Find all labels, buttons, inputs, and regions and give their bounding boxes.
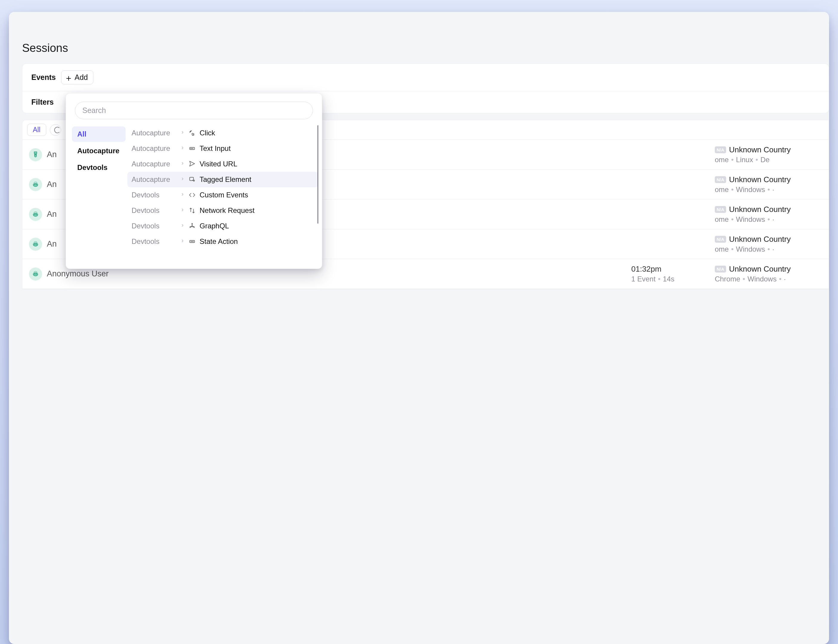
event-category-devtools[interactable]: Devtools: [72, 160, 125, 175]
svg-point-10: [34, 214, 35, 214]
event-picker-popover: AllAutocaptureDevtools AutocaptureClickA…: [66, 93, 322, 269]
event-type-category: Devtools: [132, 222, 176, 230]
svg-point-29: [193, 241, 193, 242]
add-event-button[interactable]: Add: [61, 71, 93, 84]
filter-tab-all[interactable]: All: [27, 124, 46, 136]
app-window: Sessions Events Add Filters All: [9, 12, 829, 644]
session-country: N/AUnknown Country: [715, 235, 822, 244]
avatar: [29, 178, 42, 191]
event-category-autocapture[interactable]: Autocapture: [72, 143, 125, 159]
avatar: [29, 238, 42, 251]
session-user-cell: Anonymous User: [29, 268, 625, 281]
event-category-list: AllAutocaptureDevtools: [72, 125, 125, 266]
event-type-network-request[interactable]: DevtoolsNetwork Request: [127, 203, 318, 218]
session-time: 01:32pm: [631, 264, 709, 274]
session-user-name: Anonymous User: [47, 269, 109, 278]
add-button-label: Add: [74, 73, 88, 82]
svg-point-17: [36, 273, 37, 274]
event-type-text-input[interactable]: AutocaptureText Input: [127, 141, 318, 156]
svg-point-7: [34, 184, 35, 184]
event-type-state-action[interactable]: DevtoolsState Action: [127, 234, 318, 249]
event-type-label: Text Input: [199, 144, 230, 153]
chevron-right-icon: [181, 146, 184, 151]
code-icon: [189, 192, 195, 198]
session-country: N/AUnknown Country: [715, 175, 822, 184]
session-user-name: An: [47, 210, 57, 219]
graphql-icon: [189, 223, 195, 229]
session-env-meta: ome•Windows•·: [715, 215, 822, 223]
na-badge: N/A: [715, 266, 726, 273]
session-country: N/AUnknown Country: [715, 145, 822, 154]
svg-point-11: [36, 214, 37, 214]
event-type-category: Autocapture: [132, 175, 176, 184]
plus-icon: [66, 74, 72, 80]
event-category-all[interactable]: All: [72, 127, 125, 142]
chevron-right-icon: [181, 239, 184, 244]
filter-tab-partial[interactable]: [50, 124, 61, 136]
event-type-click[interactable]: AutocaptureClick: [127, 125, 318, 141]
session-time-meta: 1 Event•14s: [631, 275, 709, 283]
event-type-visited-url[interactable]: AutocaptureVisited URL: [127, 156, 318, 172]
session-location-cell: N/AUnknown Countryome•Windows•·: [715, 175, 822, 194]
state-action-icon: [189, 238, 195, 245]
na-badge: N/A: [715, 176, 726, 183]
click-icon: [189, 130, 195, 136]
session-location-cell: N/AUnknown Countryome•Windows•·: [715, 205, 822, 223]
visited-url-icon: [189, 161, 195, 167]
events-row: Events Add: [22, 64, 829, 91]
event-type-graphql[interactable]: DevtoolsGraphQL: [127, 218, 318, 234]
event-type-label: GraphQL: [199, 222, 229, 230]
svg-point-28: [192, 241, 192, 242]
session-country: N/AUnknown Country: [715, 205, 822, 214]
page-title: Sessions: [9, 42, 829, 64]
session-location-cell: N/AUnknown Countryome•Windows•·: [715, 235, 822, 253]
event-type-label: Tagged Element: [199, 175, 251, 184]
avatar: [29, 208, 42, 221]
session-location-cell: N/AUnknown Countryome•Linux•De: [715, 145, 822, 164]
chevron-right-icon: [181, 161, 184, 167]
chevron-right-icon: [181, 177, 184, 182]
svg-point-14: [36, 243, 37, 244]
event-type-category: Autocapture: [132, 160, 176, 168]
events-label: Events: [31, 73, 56, 82]
network-icon: [189, 207, 195, 214]
event-type-category: Devtools: [132, 191, 176, 199]
filters-label: Filters: [31, 98, 54, 107]
svg-point-4: [35, 154, 36, 155]
session-user-name: An: [47, 240, 57, 249]
session-time-cell: 01:32pm1 Event•14s: [631, 264, 709, 283]
event-search-input[interactable]: [75, 102, 313, 119]
session-env-meta: ome•Linux•De: [715, 156, 822, 164]
svg-point-16: [34, 273, 35, 274]
avatar: [29, 268, 42, 281]
svg-point-2: [54, 127, 59, 133]
session-location-cell: N/AUnknown CountryChrome•Windows•·: [715, 264, 822, 283]
session-env-meta: ome•Windows•·: [715, 245, 822, 253]
event-type-label: State Action: [199, 237, 238, 246]
svg-point-13: [34, 243, 35, 244]
event-type-custom-events[interactable]: DevtoolsCustom Events: [127, 187, 318, 203]
chevron-right-icon: [181, 130, 184, 136]
session-env-meta: ome•Windows•·: [715, 186, 822, 194]
chevron-right-icon: [181, 223, 184, 229]
na-badge: N/A: [715, 206, 726, 213]
tagged-element-icon: [189, 176, 195, 183]
session-user-name: An: [47, 150, 57, 159]
scrollbar-thumb[interactable]: [318, 125, 318, 223]
session-user-name: An: [47, 180, 57, 189]
svg-point-27: [191, 241, 191, 242]
svg-point-8: [36, 184, 37, 184]
chevron-right-icon: [181, 192, 184, 198]
event-type-list: AutocaptureClickAutocaptureText InputAut…: [127, 125, 320, 266]
event-type-label: Custom Events: [199, 191, 248, 199]
event-type-label: Visited URL: [199, 160, 237, 168]
event-type-tagged-element[interactable]: AutocaptureTagged Element: [127, 172, 318, 187]
session-env-meta: Chrome•Windows•·: [715, 275, 822, 283]
chevron-right-icon: [181, 208, 184, 213]
text-input-icon: [189, 145, 195, 152]
session-country: N/AUnknown Country: [715, 264, 822, 274]
event-type-label: Network Request: [199, 206, 255, 215]
event-type-category: Devtools: [132, 237, 176, 246]
event-type-category: Devtools: [132, 206, 176, 215]
event-type-label: Click: [199, 129, 215, 137]
